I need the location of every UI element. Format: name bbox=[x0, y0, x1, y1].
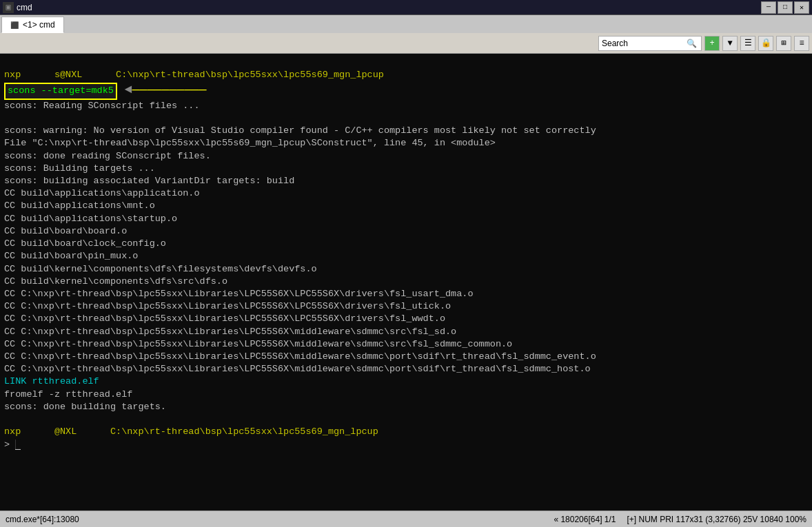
lock-button[interactable]: 🔒 bbox=[758, 36, 773, 51]
line-11: CC build\board\board.o bbox=[4, 226, 127, 236]
add-button[interactable]: + bbox=[704, 36, 720, 51]
tab-icon: ⬛ bbox=[10, 21, 19, 29]
line-blank-1 bbox=[4, 113, 10, 123]
title-bar-left: ▣ cmd bbox=[3, 2, 32, 13]
line-5: scons: done reading SConscript files. bbox=[4, 151, 211, 161]
line-15: CC build\kernel\components\dfs\src\dfs.o bbox=[4, 276, 227, 287]
title-bar: ▣ cmd ─ □ ✕ bbox=[0, 0, 812, 15]
status-filename: cmd.exe*[64]:13080 bbox=[6, 515, 79, 524]
title-bar-title: cmd bbox=[17, 3, 32, 12]
status-right: « 180206[64] 1/1 [+] NUM PRI 117x31 (3,3… bbox=[554, 515, 806, 524]
toolbar-right: 🔍 + ▼ ☰ 🔒 ⊞ ≡ bbox=[598, 36, 809, 51]
search-button[interactable]: 🔍 bbox=[684, 37, 698, 50]
title-bar-icon: ▣ bbox=[3, 2, 14, 13]
line-10: CC build\applications\startup.o bbox=[4, 214, 177, 224]
tab-label: <1> cmd bbox=[23, 20, 55, 30]
line-18: CC C:\nxp\rt-thread\bsp\lpc55sxx\Librari… bbox=[4, 313, 445, 324]
toolbar: 🔍 + ▼ ☰ 🔒 ⊞ ≡ bbox=[0, 33, 812, 54]
status-left: cmd.exe*[64]:13080 bbox=[6, 515, 79, 524]
line-8: CC build\applications\application.o bbox=[4, 188, 200, 198]
line-14: CC build\kernel\components\dfs\filesyste… bbox=[4, 264, 317, 274]
line-24: fromelf -z rtthread.elf bbox=[4, 389, 132, 400]
line-23: LINK rtthread.elf bbox=[4, 376, 99, 386]
terminal[interactable]: nxp s@NXL C:\nxp\rt-thread\bsp\lpc55sxx\… bbox=[0, 54, 812, 510]
dropdown-button[interactable]: ▼ bbox=[722, 36, 738, 51]
status-col: « 180206[64] 1/1 bbox=[554, 515, 616, 524]
minimize-button[interactable]: ─ bbox=[761, 1, 776, 14]
line-19: CC C:\nxp\rt-thread\bsp\lpc55sxx\Librari… bbox=[4, 327, 456, 337]
prompt-line-2: nxp @NXL C:\nxp\rt-thread\bsp\lpc55sxx\l… bbox=[4, 426, 378, 437]
tab-bar: ⬛ <1> cmd bbox=[0, 15, 812, 33]
maximize-button[interactable]: □ bbox=[778, 1, 793, 14]
prompt-line-1: nxp s@NXL C:\nxp\rt-thread\bsp\lpc55sxx\… bbox=[4, 70, 384, 80]
line-3: scons: warning: No version of Visual Stu… bbox=[4, 125, 596, 136]
line-25: scons: done building targets. bbox=[4, 402, 166, 412]
view-button[interactable]: ☰ bbox=[740, 36, 755, 51]
menu-button[interactable]: ≡ bbox=[794, 36, 809, 51]
line-12: CC build\board\clock_config.o bbox=[4, 238, 166, 249]
line-21: CC C:\nxp\rt-thread\bsp\lpc55sxx\Librari… bbox=[4, 351, 596, 362]
line-13: CC build\board\pin_mux.o bbox=[4, 251, 138, 261]
tab-cmd[interactable]: ⬛ <1> cmd bbox=[1, 17, 64, 33]
title-bar-controls: ─ □ ✕ bbox=[761, 1, 809, 14]
line-22: CC C:\nxp\rt-thread\bsp\lpc55sxx\Librari… bbox=[4, 364, 591, 374]
line-17: CC C:\nxp\rt-thread\bsp\lpc55sxx\Librari… bbox=[4, 301, 451, 311]
line-20: CC C:\nxp\rt-thread\bsp\lpc55sxx\Librari… bbox=[4, 339, 512, 349]
search-box: 🔍 bbox=[598, 36, 702, 51]
status-bar: cmd.exe*[64]:13080 « 180206[64] 1/1 [+] … bbox=[0, 510, 812, 527]
cursor-line: > █ bbox=[4, 440, 21, 450]
line-1: scons: Reading SConscript files ... bbox=[4, 101, 200, 111]
status-extra: [+] NUM PRI 117x31 (3,32766) 25V 10840 1… bbox=[627, 515, 807, 524]
line-6: scons: Building targets ... bbox=[4, 163, 155, 174]
line-9: CC build\applications\mnt.o bbox=[4, 200, 155, 211]
search-input[interactable] bbox=[602, 39, 684, 48]
command-highlight: scons --target=mdk5 bbox=[4, 85, 117, 96]
line-16: CC C:\nxp\rt-thread\bsp\lpc55sxx\Librari… bbox=[4, 289, 474, 299]
terminal-wrapper: nxp s@NXL C:\nxp\rt-thread\bsp\lpc55sxx\… bbox=[0, 54, 812, 510]
layout-button[interactable]: ⊞ bbox=[776, 36, 791, 51]
close-button[interactable]: ✕ bbox=[794, 1, 809, 14]
line-blank-2 bbox=[4, 414, 10, 424]
line-4: File "C:\nxp\rt-thread\bsp\lpc55sxx\lpc5… bbox=[4, 138, 496, 148]
line-7: scons: building associated VariantDir ta… bbox=[4, 176, 294, 186]
